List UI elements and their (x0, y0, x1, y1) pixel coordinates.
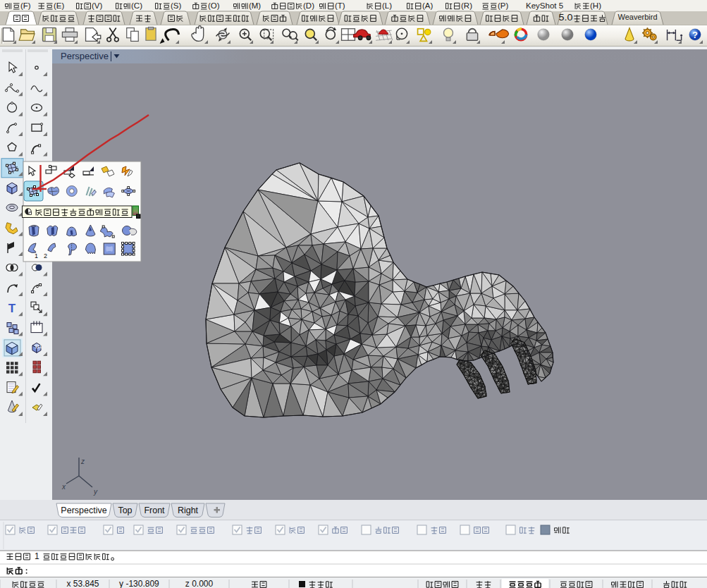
svg-text:(V): (V) (92, 1, 102, 10)
svg-text:y -130.809: y -130.809 (119, 579, 159, 588)
svg-text:(P): (P) (498, 1, 508, 10)
svg-text:(O): (O) (208, 1, 220, 10)
svg-text:(H): (H) (590, 1, 601, 10)
svg-text:x: x (61, 483, 66, 491)
svg-text:(C): (C) (131, 1, 142, 10)
svg-text:Right: Right (178, 506, 199, 515)
svg-text:z: z (80, 458, 85, 465)
svg-text:?: ? (692, 30, 698, 40)
svg-text:Perspective: Perspective (61, 51, 109, 61)
svg-text:Weaverbird: Weaverbird (618, 13, 658, 21)
svg-text:(D): (D) (303, 1, 314, 10)
svg-text:(E): (E) (54, 1, 64, 10)
svg-text:z 0.000: z 0.000 (185, 579, 214, 588)
svg-text:111: 111 (35, 344, 42, 349)
svg-text:x 53.845: x 53.845 (67, 579, 99, 588)
svg-text:(F): (F) (20, 1, 31, 10)
svg-text:KeyShot 5: KeyShot 5 (526, 1, 563, 10)
svg-text:(R): (R) (461, 1, 472, 10)
svg-text:(L): (L) (382, 1, 392, 10)
svg-text:(S): (S) (171, 1, 181, 10)
svg-text:Front: Front (144, 506, 165, 515)
svg-text:1: 1 (35, 551, 39, 561)
svg-text:1: 1 (35, 252, 38, 259)
svg-text:(A): (A) (422, 1, 433, 10)
svg-text:(T): (T) (335, 1, 345, 10)
svg-text:Perspective: Perspective (61, 506, 106, 515)
svg-text:T: T (8, 302, 16, 315)
svg-text:Top: Top (118, 506, 132, 515)
svg-text:y: y (93, 488, 98, 496)
svg-text:5.0: 5.0 (559, 13, 573, 23)
svg-text:(M): (M) (249, 1, 261, 10)
svg-text:2: 2 (44, 252, 47, 259)
